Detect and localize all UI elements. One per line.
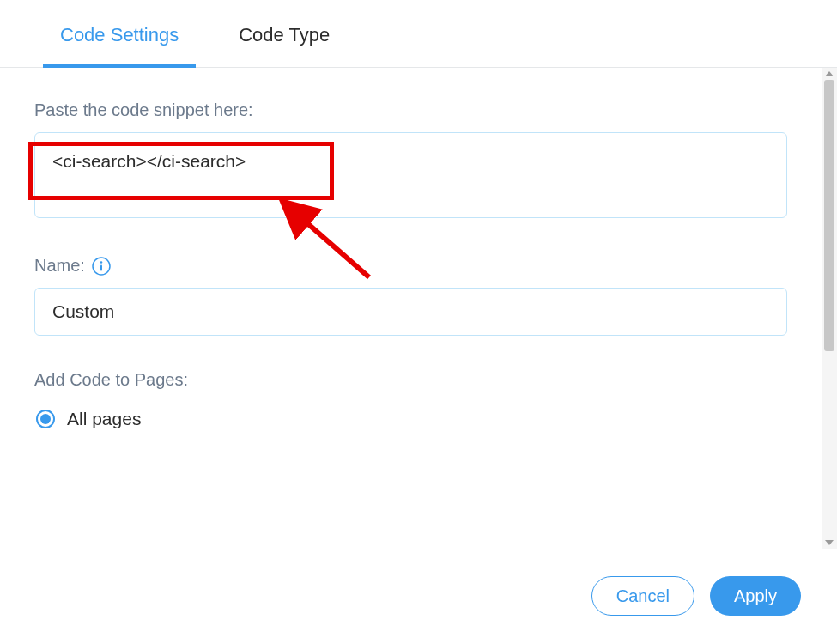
vertical-scrollbar[interactable] [822,68,837,549]
snippet-input[interactable]: <ci-search></ci-search> [34,132,787,218]
svg-rect-2 [100,264,102,270]
tab-code-type[interactable]: Code Type [221,0,347,67]
name-label: Name: [34,256,85,276]
tab-code-settings[interactable]: Code Settings [43,0,196,67]
scroll-down-icon[interactable] [825,540,834,545]
radio-all-pages[interactable] [36,410,55,428]
scroll-thumb[interactable] [824,80,834,351]
apply-button[interactable]: Apply [710,576,801,616]
radio-all-pages-label: All pages [67,409,141,429]
pages-field-group: Add Code to Pages: All pages [34,370,787,447]
name-label-row: Name: [34,256,787,276]
name-input[interactable] [34,288,787,336]
cancel-button[interactable]: Cancel [591,576,694,616]
svg-point-1 [100,261,103,264]
form-content: Paste the code snippet here: <ci-search>… [0,68,822,549]
scroll-up-icon[interactable] [825,71,834,76]
info-icon[interactable] [92,257,111,276]
name-field-group: Name: [34,256,787,336]
radio-all-pages-row[interactable]: All pages [69,402,446,447]
snippet-field-group: Paste the code snippet here: <ci-search>… [34,100,787,222]
footer-actions: Cancel Apply [0,567,837,644]
tab-bar: Code Settings Code Type [0,0,837,68]
snippet-label: Paste the code snippet here: [34,100,787,120]
pages-label: Add Code to Pages: [34,370,787,390]
